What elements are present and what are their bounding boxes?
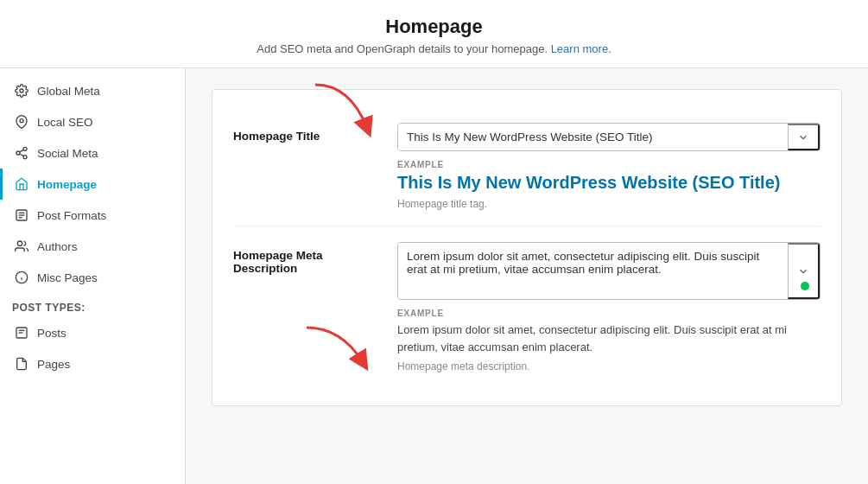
title-example-label: EXAMPLE xyxy=(397,160,820,169)
svg-point-0 xyxy=(20,89,23,92)
title-label: Homepage Title xyxy=(233,123,380,143)
svg-point-2 xyxy=(23,147,27,150)
title-row: Homepage Title EXAMPLE This Is My New Wo… xyxy=(233,107,820,226)
description-example-label: EXAMPLE xyxy=(397,309,820,318)
sidebar-item-label: Pages xyxy=(37,358,70,371)
sidebar: Global Meta Local SEO Social Meta xyxy=(0,68,186,484)
description-example-text: Lorem ipsum dolor sit amet, consectetur … xyxy=(397,322,820,355)
posts-icon xyxy=(15,326,29,340)
sidebar-item-misc-pages[interactable]: Misc Pages xyxy=(0,262,185,293)
sidebar-item-authors[interactable]: Authors xyxy=(0,231,185,262)
green-dot-indicator xyxy=(801,282,809,290)
people-icon xyxy=(15,239,29,253)
sidebar-item-label: Authors xyxy=(37,240,78,253)
content-area: Homepage Title EXAMPLE This Is My New Wo… xyxy=(186,68,868,484)
document-icon xyxy=(15,208,29,222)
sidebar-item-homepage[interactable]: Homepage xyxy=(0,169,185,200)
main-layout: Global Meta Local SEO Social Meta xyxy=(0,68,868,484)
description-input-container: Lorem ipsum dolor sit amet, <span class=… xyxy=(397,242,820,300)
app-wrapper: Homepage Add SEO meta and OpenGraph deta… xyxy=(0,0,868,484)
description-label: Homepage Meta Description xyxy=(233,242,380,275)
svg-point-3 xyxy=(16,151,20,155)
svg-line-6 xyxy=(20,150,24,152)
sidebar-item-social-meta[interactable]: Social Meta xyxy=(0,137,185,169)
chevron-down-icon xyxy=(797,265,809,277)
title-input-container xyxy=(397,123,820,151)
svg-point-11 xyxy=(17,241,22,245)
description-textarea[interactable]: Lorem ipsum dolor sit amet, <span class=… xyxy=(398,243,788,299)
sidebar-item-label: Social Meta xyxy=(37,147,98,160)
sidebar-item-local-seo[interactable]: Local SEO xyxy=(0,106,185,137)
title-hint: Homepage title tag. xyxy=(397,198,820,210)
form-section: Homepage Title EXAMPLE This Is My New Wo… xyxy=(212,89,842,406)
sidebar-item-label: Global Meta xyxy=(37,85,100,98)
gear-icon xyxy=(15,84,29,98)
title-input[interactable] xyxy=(398,124,788,150)
description-dropdown-button[interactable] xyxy=(788,243,820,299)
location-icon xyxy=(15,115,29,129)
circle-info-icon xyxy=(15,271,29,284)
sidebar-item-post-formats[interactable]: Post Formats xyxy=(0,200,185,231)
sidebar-item-pages[interactable]: Pages xyxy=(0,348,185,379)
share-icon xyxy=(15,146,29,160)
page-title: Homepage xyxy=(17,16,851,38)
chevron-down-icon xyxy=(797,131,809,143)
sidebar-item-label: Homepage xyxy=(37,178,97,191)
sidebar-item-label: Misc Pages xyxy=(37,271,98,284)
sidebar-item-label: Post Formats xyxy=(37,209,106,222)
sidebar-item-label: Local SEO xyxy=(37,116,93,129)
title-dropdown-button[interactable] xyxy=(788,124,820,150)
home-icon xyxy=(15,177,29,191)
description-field-wrapper: Lorem ipsum dolor sit amet, <span class=… xyxy=(397,242,820,373)
learn-more-link[interactable]: Learn more xyxy=(551,42,608,55)
svg-line-5 xyxy=(20,154,24,156)
title-field-wrapper: EXAMPLE This Is My New WordPress Website… xyxy=(397,123,820,210)
sidebar-item-global-meta[interactable]: Global Meta xyxy=(0,75,185,106)
title-example-text: This Is My New WordPress Website (SEO Ti… xyxy=(397,173,820,193)
page-subtitle: Add SEO meta and OpenGraph details to yo… xyxy=(17,42,851,55)
sidebar-item-label: Posts xyxy=(37,327,67,340)
page-header: Homepage Add SEO meta and OpenGraph deta… xyxy=(0,0,868,68)
sidebar-item-posts[interactable]: Posts xyxy=(0,317,185,348)
post-types-label: Post Types: xyxy=(0,293,185,317)
svg-point-4 xyxy=(23,156,27,159)
description-row: Homepage Meta Description Lorem ipsum do… xyxy=(233,226,820,388)
description-hint: Homepage meta description. xyxy=(397,360,820,373)
svg-point-1 xyxy=(20,119,23,123)
pages-icon xyxy=(15,357,29,371)
